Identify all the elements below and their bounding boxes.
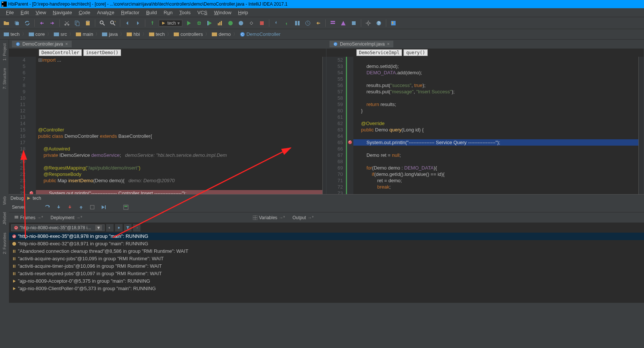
web-tool[interactable]: Web — [2, 196, 7, 205]
step-over-icon[interactable] — [44, 203, 51, 211]
step-out-icon[interactable] — [77, 203, 85, 211]
file-tab-demoserviceimpl[interactable]: C DemoServiceImpl.java × — [329, 41, 394, 47]
crumb-core[interactable]: core — [27, 31, 46, 37]
stop-icon[interactable] — [258, 19, 266, 27]
undo-icon[interactable] — [38, 19, 46, 27]
menu-tools[interactable]: Tools — [176, 9, 193, 16]
file-tab-democontroller[interactable]: C DemoController.java × — [12, 41, 72, 47]
favorites-tool[interactable]: 2: Favorites — [2, 233, 7, 254]
crumb-controllers[interactable]: controllers — [172, 31, 204, 37]
thread-row[interactable]: "activiti-acquire-async-jobs"@10,095 in … — [9, 255, 644, 262]
help-icon[interactable]: ? — [375, 19, 383, 27]
crumb-class[interactable]: CDemoController — [238, 31, 282, 37]
crumb-java[interactable]: java — [100, 31, 119, 37]
thread-row[interactable]: "Abandoned connection cleanup thread"@8,… — [9, 248, 644, 255]
crumb-hbi[interactable]: hbi — [125, 31, 141, 37]
filter-icon[interactable] — [124, 224, 131, 232]
thread-list[interactable]: "http-nio-8080-exec-35"@18,978 in group … — [9, 233, 644, 303]
menu-edit[interactable]: Edit — [18, 9, 32, 16]
save-all-icon[interactable] — [13, 19, 21, 27]
forward-icon[interactable] — [134, 19, 142, 27]
profile-icon[interactable] — [216, 19, 224, 27]
step-into-icon[interactable] — [55, 203, 62, 211]
thread-row[interactable]: "http-nio-8080-exec-35"@18,978 in group … — [9, 233, 644, 240]
vcs-revert-icon[interactable] — [314, 19, 322, 27]
menu-navigate[interactable]: Navigate — [50, 9, 75, 16]
replace-icon[interactable] — [109, 19, 117, 27]
ant-icon[interactable] — [339, 19, 347, 27]
project-tool[interactable]: 1: Project — [2, 43, 7, 60]
editor-crumb-class[interactable]: DemoServiceImpl — [356, 49, 402, 56]
menu-analyze[interactable]: Analyze — [94, 9, 117, 16]
back-icon[interactable] — [123, 19, 131, 27]
editor-crumb-method[interactable]: insertDemo() — [83, 49, 121, 56]
structure-icon[interactable] — [329, 19, 337, 27]
crumb-demo[interactable]: demo — [210, 31, 232, 37]
debug-icon[interactable] — [195, 19, 203, 27]
crumb-tech2[interactable]: tech — [148, 31, 167, 37]
prev-frame-icon[interactable] — [106, 224, 114, 232]
server-tab[interactable]: Server — [12, 205, 25, 210]
deployment-panel-tab[interactable]: Deployment→* — [47, 214, 86, 221]
paste-icon[interactable] — [84, 19, 92, 27]
menu-view[interactable]: View — [32, 9, 49, 16]
vcs-commit-icon[interactable] — [283, 19, 291, 27]
cut-icon[interactable] — [63, 19, 71, 27]
redo-icon[interactable] — [48, 19, 56, 27]
close-icon[interactable]: × — [65, 41, 68, 47]
menu-build[interactable]: Build — [143, 9, 160, 16]
crumb-main[interactable]: main — [74, 31, 95, 37]
run-to-cursor-icon[interactable] — [100, 203, 107, 211]
thread-row[interactable]: "ajp-nio-8009-Acceptor-0"@5,375 in group… — [9, 277, 644, 285]
menu-refactor[interactable]: Refactor — [118, 9, 142, 16]
thread-row[interactable]: "activiti-reset-expired-jobs"@10,097 in … — [9, 270, 644, 277]
close-icon[interactable]: × — [387, 41, 390, 47]
output-panel-tab[interactable]: Output→* — [289, 214, 318, 221]
crumb-tech[interactable]: tech — [2, 31, 21, 37]
drop-frame-icon[interactable] — [89, 203, 96, 211]
debug-tab-label[interactable]: Debug — [9, 196, 25, 201]
sync-icon[interactable] — [23, 19, 31, 27]
find-icon[interactable] — [98, 19, 106, 27]
gutter-right[interactable]: 5253545556575859606162636465666768697071… — [326, 57, 346, 194]
copy-icon[interactable] — [73, 19, 81, 27]
build-icon[interactable] — [148, 19, 157, 27]
menu-run[interactable]: Run — [161, 9, 176, 16]
variables-panel-tab[interactable]: Variables→* — [249, 214, 289, 221]
frames-panel-tab[interactable]: Frames→* — [10, 214, 47, 221]
attach-icon[interactable] — [247, 19, 256, 27]
vcs-history-icon[interactable] — [304, 19, 312, 27]
thread-row[interactable]: "http-nio-8080-exec-32"@18,971 in group … — [9, 240, 644, 248]
vcs-compare-icon[interactable] — [293, 19, 301, 27]
crumb-src[interactable]: src — [52, 31, 68, 37]
menu-code[interactable]: Code — [76, 9, 93, 16]
thread-selector[interactable]: "http-nio-8080-exec-35"@18,978 i... ▼ — [11, 224, 105, 231]
run-config-select[interactable]: tech ▾ — [159, 20, 182, 27]
menu-vcs[interactable]: VCS — [194, 9, 210, 16]
structure-tool[interactable]: 7: Structure — [2, 68, 7, 89]
next-frame-icon[interactable] — [115, 224, 123, 232]
jrebel-debug-icon[interactable] — [237, 19, 245, 27]
gutter-left[interactable]: 4567891011121314151617181920212223242526… — [9, 57, 28, 194]
force-step-into-icon[interactable] — [66, 203, 74, 211]
menu-window[interactable]: Window — [211, 9, 234, 16]
editor-crumb-method[interactable]: query() — [403, 49, 428, 56]
run-icon[interactable] — [185, 19, 193, 27]
menu-help[interactable]: Help — [235, 9, 251, 16]
jrebel-tool[interactable]: JRebel — [2, 212, 7, 225]
thread-row[interactable]: "ajp-nio-8009-ClientPoller-0"@5,373 in g… — [9, 285, 644, 292]
code-editor-right[interactable]: 5253545556575859606162636465666768697071… — [326, 57, 644, 194]
jrebel-run-icon[interactable] — [226, 19, 235, 27]
evaluate-icon[interactable] — [122, 203, 130, 211]
settings-icon[interactable] — [364, 19, 372, 27]
thread-row[interactable]: "activiti-acquire-timer-jobs"@10,096 in … — [9, 262, 644, 270]
menu-file[interactable]: File — [3, 9, 17, 16]
coverage-icon[interactable] — [205, 19, 214, 27]
editor-crumb-class[interactable]: DemoController — [39, 49, 82, 56]
vcs-update-icon[interactable] — [272, 19, 281, 27]
jrebel-icon[interactable] — [389, 19, 397, 27]
code-editor-left[interactable]: 4567891011121314151617181920212223242526… — [9, 57, 326, 194]
maven-icon[interactable] — [350, 19, 358, 27]
open-icon[interactable] — [2, 19, 10, 27]
more-icon[interactable] — [133, 224, 140, 232]
